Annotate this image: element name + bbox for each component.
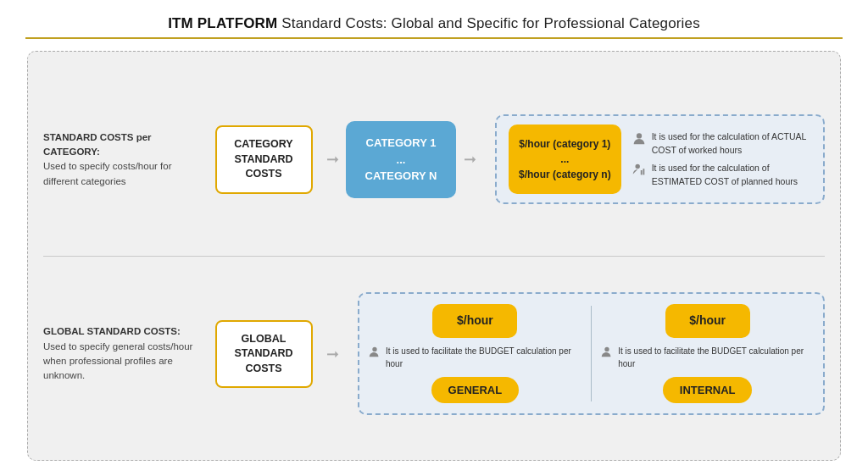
top-right-info: It is used for the calculation of ACTUAL… xyxy=(632,130,811,189)
bottom-label-body: Used to specify general costs/hour when … xyxy=(43,341,192,381)
internal-tab-label: INTERNAL xyxy=(680,384,736,396)
internal-column: $/hour It is used to facilitate the BUDG… xyxy=(592,301,823,407)
info-text-actual: It is used for the calculation of ACTUAL… xyxy=(652,130,811,158)
svg-point-4 xyxy=(372,347,376,351)
brand-name: ITM PLATFORM xyxy=(168,15,277,31)
general-person-icon xyxy=(368,346,381,359)
dollar-dots: ... xyxy=(560,153,569,165)
svg-rect-2 xyxy=(640,170,642,174)
person-icon xyxy=(632,131,647,147)
top-row: STANDARD COSTS per CATEGORY: Used to spe… xyxy=(43,60,825,256)
general-dollar-label: $/hour xyxy=(457,313,493,327)
category-btn-line2: STANDARD COSTS xyxy=(234,153,292,180)
dollar-category-1: $/hour (category 1) xyxy=(519,138,610,150)
general-info-text: It is used to facilitate the BUDGET calc… xyxy=(386,345,582,370)
category-btn-line1: CATEGORY xyxy=(234,138,292,150)
category-n-label: CATEGORY N xyxy=(365,169,437,182)
internal-dollar-box: $/hour xyxy=(665,304,750,338)
top-arrow: ➞ xyxy=(319,150,346,169)
header-subtitle: Standard Costs: Global and Specific for … xyxy=(277,15,699,31)
header: ITM PLATFORM Standard Costs: Global and … xyxy=(25,15,843,39)
top-arrow-2: ➞ xyxy=(456,150,483,169)
global-btn-line2: COSTS xyxy=(245,363,281,374)
category-1-label: CATEGORY 1 xyxy=(366,136,437,149)
category-standard-costs-btn: CATEGORY STANDARD COSTS xyxy=(215,125,313,194)
bottom-left-label: GLOBAL STANDARD COSTS: Used to specify g… xyxy=(43,324,209,383)
svg-point-5 xyxy=(605,347,609,351)
general-label-box: GENERAL xyxy=(431,377,520,403)
top-left-label: STANDARD COSTS per CATEGORY: Used to spe… xyxy=(43,130,209,189)
bottom-right-panel: $/hour It is used to facilitate the BUDG… xyxy=(358,292,825,415)
internal-info-text: It is used to facilitate the BUDGET calc… xyxy=(618,345,815,370)
bottom-arrow-icon: ➞ xyxy=(326,345,339,363)
global-btn-line1: GLOBAL STANDARD xyxy=(234,333,292,360)
category-dots: ... xyxy=(397,153,406,166)
general-dollar-box: $/hour xyxy=(432,304,517,338)
general-tab-label: GENERAL xyxy=(448,384,503,396)
svg-rect-3 xyxy=(643,169,644,174)
internal-dollar-label: $/hour xyxy=(689,313,726,327)
global-standard-costs-btn: GLOBAL STANDARD COSTS xyxy=(215,320,313,389)
internal-person-icon xyxy=(600,346,614,359)
top-label-title: STANDARD COSTS per CATEGORY: xyxy=(43,132,152,157)
dollar-category-n: $/hour (category n) xyxy=(519,169,611,180)
category-cost-orange-box: $/hour (category 1) ... $/hour (category… xyxy=(509,125,621,194)
info-item-estimated-cost: It is used for the calculation of ESTIMA… xyxy=(632,162,811,189)
general-info: It is used to facilitate the BUDGET calc… xyxy=(368,345,582,370)
general-column: $/hour It is used to facilitate the BUDG… xyxy=(359,301,591,407)
category-list-box: CATEGORY 1 ... CATEGORY N xyxy=(346,121,456,198)
bottom-row: GLOBAL STANDARD COSTS: Used to specify g… xyxy=(43,257,825,452)
top-right-panel: $/hour (category 1) ... $/hour (category… xyxy=(495,114,825,204)
arrow-icon-2: ➞ xyxy=(464,150,476,169)
bottom-label-title: GLOBAL STANDARD COSTS: xyxy=(43,326,181,336)
category-standard-costs-box: CATEGORY STANDARD COSTS xyxy=(209,125,319,194)
svg-point-0 xyxy=(637,133,642,138)
global-standard-costs-box: GLOBAL STANDARD COSTS xyxy=(209,320,319,389)
top-label-body: Used to specify costs/hour for different… xyxy=(43,161,171,185)
info-item-actual-cost: It is used for the calculation of ACTUAL… xyxy=(632,130,811,158)
person-chart-icon xyxy=(632,163,647,178)
diagram-container: STANDARD COSTS per CATEGORY: Used to spe… xyxy=(27,51,841,461)
internal-info: It is used to facilitate the BUDGET calc… xyxy=(600,345,815,370)
page: ITM PLATFORM Standard Costs: Global and … xyxy=(0,0,868,476)
bottom-arrow: ➞ xyxy=(319,345,346,363)
arrow-icon: ➞ xyxy=(326,150,339,169)
internal-label-box: INTERNAL xyxy=(663,377,753,403)
svg-point-1 xyxy=(635,164,639,169)
header-text: ITM PLATFORM Standard Costs: Global and … xyxy=(168,15,700,31)
info-text-estimated: It is used for the calculation of ESTIMA… xyxy=(652,162,811,189)
